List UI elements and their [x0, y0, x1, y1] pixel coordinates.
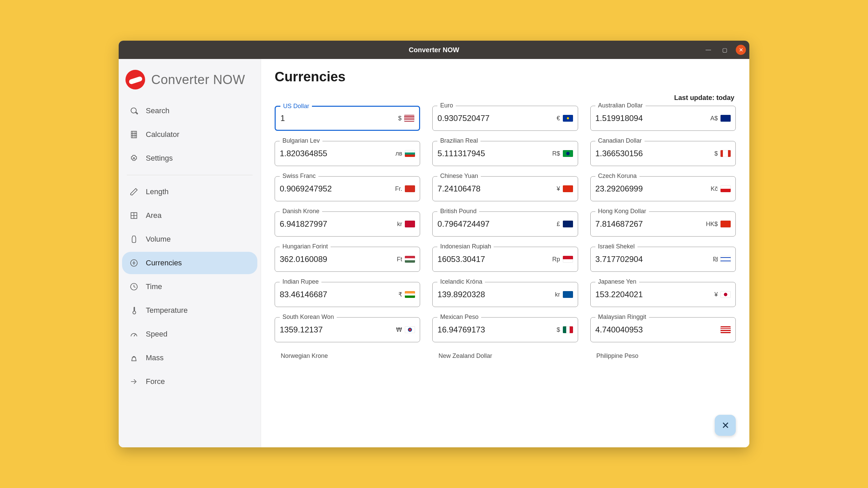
- currency-input[interactable]: [437, 149, 552, 158]
- currency-input[interactable]: [595, 219, 706, 229]
- currency-field-mx[interactable]: Mexican Peso $: [432, 317, 578, 342]
- sidebar-item-area[interactable]: Area: [122, 204, 257, 227]
- brand-row: Converter NOW: [122, 65, 257, 98]
- flag-id-icon: [563, 256, 573, 263]
- currency-field-is[interactable]: Icelandic Króna kr: [432, 282, 578, 307]
- currency-suffix: лв: [395, 150, 415, 157]
- flag-ca-icon: [721, 150, 731, 157]
- currency-symbol: лв: [395, 150, 402, 157]
- flag-br-icon: [563, 150, 573, 157]
- currency-label: Euro: [437, 102, 456, 109]
- currency-suffix: $: [398, 115, 414, 122]
- currency-input[interactable]: [437, 255, 552, 264]
- flag-ch-icon: [405, 185, 415, 192]
- sidebar-item-mass[interactable]: Mass: [122, 347, 257, 369]
- nav-top: Search Calculator Settings: [122, 98, 257, 171]
- currency-suffix: $: [714, 150, 731, 157]
- cutoff-label: New Zealand Dollar: [432, 352, 578, 360]
- currency-field-id[interactable]: Indonesian Rupiah Rp: [432, 247, 578, 272]
- currency-field-my[interactable]: Malaysian Ringgit: [590, 317, 736, 342]
- currency-field-gb[interactable]: British Pound £: [432, 211, 578, 237]
- currency-symbol: Rp: [552, 256, 560, 263]
- length-icon: [129, 187, 139, 197]
- currency-symbol: Ft: [397, 256, 402, 263]
- currency-field-in[interactable]: Indian Rupee ₹: [275, 282, 420, 307]
- currency-suffix: R$: [552, 150, 573, 157]
- currency-field-us[interactable]: US Dollar $: [275, 106, 420, 131]
- currency-field-il[interactable]: Israeli Shekel ₪: [590, 247, 736, 272]
- currency-field-cn[interactable]: Chinese Yuan ¥: [432, 176, 578, 201]
- flag-au-icon: [721, 115, 731, 122]
- flag-is-icon: [563, 291, 573, 298]
- sidebar-item-speed[interactable]: Speed: [122, 323, 257, 345]
- currency-input[interactable]: [280, 184, 395, 194]
- currency-input[interactable]: [280, 149, 395, 158]
- sidebar-item-calculator[interactable]: Calculator: [122, 123, 257, 146]
- currency-input[interactable]: [595, 149, 714, 158]
- currency-label: Chinese Yuan: [437, 172, 481, 180]
- close-icon: ✕: [722, 420, 729, 431]
- currency-input[interactable]: [595, 184, 711, 194]
- currency-label: Mexican Peso: [437, 313, 481, 321]
- sidebar-item-volume[interactable]: Volume: [122, 228, 257, 250]
- sidebar-item-label: Temperature: [146, 306, 188, 315]
- currency-input[interactable]: [437, 219, 556, 229]
- currency-symbol: ¥: [714, 291, 718, 298]
- sidebar-item-label: Calculator: [146, 130, 179, 139]
- currency-field-bg[interactable]: Bulgarian Lev лв: [275, 141, 420, 166]
- minimize-button[interactable]: —: [703, 45, 713, 55]
- currency-field-eu[interactable]: Euro €: [432, 106, 578, 131]
- currency-suffix: ¥: [557, 185, 573, 192]
- sidebar-item-temperature[interactable]: Temperature: [122, 299, 257, 322]
- currency-label: South Korean Won: [280, 313, 337, 321]
- currency-field-hk[interactable]: Hong Kong Dollar HK$: [590, 211, 736, 237]
- currency-input[interactable]: [280, 219, 397, 229]
- currency-input[interactable]: [595, 114, 710, 123]
- sidebar-item-force[interactable]: Force: [122, 370, 257, 393]
- close-panel-button[interactable]: ✕: [715, 415, 736, 436]
- currency-symbol: $: [714, 150, 718, 157]
- currency-field-au[interactable]: Australian Dollar A$: [590, 106, 736, 131]
- currency-symbol: kr: [397, 221, 402, 228]
- area-icon: [129, 210, 139, 221]
- currency-input[interactable]: [595, 255, 713, 264]
- cutoff-row: Norwegian KroneNew Zealand DollarPhilipp…: [275, 352, 736, 360]
- currency-symbol: $: [557, 326, 560, 333]
- sidebar-item-time[interactable]: Time: [122, 276, 257, 298]
- currency-field-kr[interactable]: South Korean Won ₩: [275, 317, 420, 342]
- currency-input[interactable]: [437, 114, 556, 123]
- currency-suffix: ₩: [396, 326, 415, 333]
- currency-label: US Dollar: [280, 103, 312, 110]
- sidebar-item-search[interactable]: Search: [122, 100, 257, 122]
- flag-in-icon: [405, 291, 415, 298]
- close-window-button[interactable]: ✕: [736, 45, 746, 55]
- flag-us-icon: [404, 115, 414, 122]
- flag-il-icon: [721, 256, 731, 263]
- currency-field-dk[interactable]: Danish Krone kr: [275, 211, 420, 237]
- maximize-button[interactable]: ▢: [719, 45, 730, 55]
- currency-field-ca[interactable]: Canadian Dollar $: [590, 141, 736, 166]
- currency-field-hu[interactable]: Hungarian Forint Ft: [275, 247, 420, 272]
- sidebar-item-currencies[interactable]: Currencies: [122, 252, 257, 274]
- temperature-icon: [129, 305, 139, 316]
- currency-input[interactable]: [595, 325, 718, 334]
- currency-field-ch[interactable]: Swiss Franc Fr.: [275, 176, 420, 201]
- currency-input[interactable]: [437, 290, 555, 299]
- currency-input[interactable]: [437, 184, 556, 194]
- currency-symbol: Fr.: [395, 185, 402, 192]
- sidebar-item-label: Currencies: [146, 259, 182, 267]
- currency-input[interactable]: [437, 325, 556, 334]
- currency-input[interactable]: [280, 290, 398, 299]
- currency-input[interactable]: [280, 325, 396, 334]
- sidebar-item-length[interactable]: Length: [122, 181, 257, 203]
- currency-field-cz[interactable]: Czech Koruna Kč: [590, 176, 736, 201]
- currency-field-jp[interactable]: Japanese Yen ¥: [590, 282, 736, 307]
- currency-field-br[interactable]: Brazilian Real R$: [432, 141, 578, 166]
- currency-input[interactable]: [280, 114, 398, 123]
- currency-suffix: Kč: [711, 185, 731, 192]
- currency-symbol: £: [557, 221, 560, 228]
- currency-suffix: Rp: [552, 256, 573, 263]
- sidebar-item-settings[interactable]: Settings: [122, 147, 257, 169]
- currency-input[interactable]: [280, 255, 397, 264]
- currency-input[interactable]: [595, 290, 714, 299]
